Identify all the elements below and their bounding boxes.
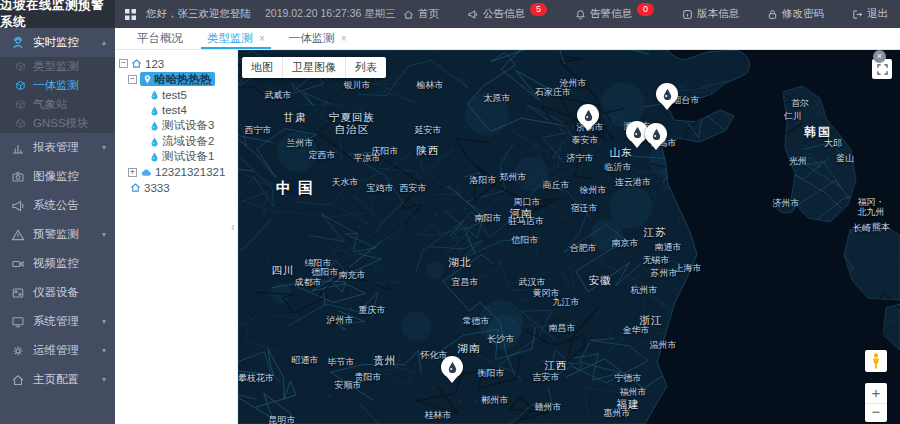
app-window: 边坡在线监测预警系统 您好，张三欢迎您登陆 2019.02.20 16:27:3… xyxy=(0,0,900,424)
camera-icon xyxy=(11,170,25,184)
sidebar-item-gnss-module[interactable]: GNSS模块 xyxy=(0,114,115,133)
close-circle-icon[interactable]: × xyxy=(873,50,886,63)
sidebar-item-weather-station[interactable]: 气象站 xyxy=(0,95,115,114)
video-camera-icon xyxy=(11,257,25,271)
alarm-badge: 0 xyxy=(637,3,654,16)
lock-icon xyxy=(767,9,778,20)
pegman-icon xyxy=(871,353,881,369)
droplet-icon xyxy=(150,151,159,162)
droplet-icon xyxy=(662,88,673,100)
tree-device[interactable]: test4 xyxy=(115,103,237,119)
map-view[interactable]: 中国韩国甘肃陕西山东河南江苏安徽湖北浙江湖南江西贵州四川福建宁夏回族 自治区武威… xyxy=(238,50,900,424)
caret-down-icon: ▾ xyxy=(102,346,106,355)
megaphone-icon xyxy=(11,199,25,213)
cube-icon xyxy=(15,80,26,91)
zoom-out-button[interactable]: − xyxy=(865,404,887,422)
collapse-toggle-icon[interactable]: − xyxy=(128,75,137,84)
tree-device[interactable]: test5 xyxy=(115,87,237,103)
pegman-button[interactable] xyxy=(865,350,887,372)
version-info-icon xyxy=(682,9,693,20)
sidebar-item-ops-management[interactable]: 运维管理 ▾ xyxy=(0,336,115,365)
tree-device[interactable]: 流域设备2 xyxy=(115,134,237,150)
satellite-button[interactable]: 卫星图像 xyxy=(283,57,346,78)
tree-node-root1[interactable]: − 123 xyxy=(115,56,237,72)
tab-type-monitoring[interactable]: 类型监测 × xyxy=(195,28,277,49)
sidebar-item-type-monitoring[interactable]: 类型监测 xyxy=(0,57,115,76)
droplet-icon xyxy=(150,136,159,147)
sidebar-item-integrated-monitoring[interactable]: 一体监测 xyxy=(0,76,115,95)
tree-device[interactable]: 测试设备3 xyxy=(115,118,237,134)
caret-down-icon: ▾ xyxy=(102,375,106,384)
nav-alarms[interactable]: 告警信息 0 xyxy=(575,7,654,21)
realtime-monitor-icon xyxy=(11,36,25,50)
sidebar-group-realtime-monitoring[interactable]: 实时监控 ▴ xyxy=(0,28,115,57)
expand-toggle-icon[interactable]: + xyxy=(128,168,137,177)
sidebar: 实时监控 ▴ 类型监测 一体监测 气象站 GNSS模块 报表管理 xyxy=(0,28,115,424)
nav-logout[interactable]: 退出 xyxy=(852,7,888,21)
sidebar-item-homepage-config[interactable]: 主页配置 ▾ xyxy=(0,365,115,394)
droplet-icon xyxy=(651,128,662,140)
map-zoom-control: + − xyxy=(865,383,887,422)
cloud-icon xyxy=(140,167,152,177)
sidebar-item-report-management[interactable]: 报表管理 ▾ xyxy=(0,133,115,162)
droplet-icon xyxy=(583,109,594,121)
sidebar-submenu-realtime: 类型监测 一体监测 气象站 GNSS模块 xyxy=(0,57,115,133)
instrument-icon xyxy=(11,286,25,300)
caret-down-icon: ▾ xyxy=(102,317,106,326)
map-marker[interactable] xyxy=(645,123,667,145)
announcement-icon xyxy=(467,9,479,20)
sidebar-item-instruments[interactable]: 仪器设备 xyxy=(0,278,115,307)
sidebar-item-image-monitoring[interactable]: 图像监控 xyxy=(0,162,115,191)
droplet-icon xyxy=(150,105,159,116)
top-header: 边坡在线监测预警系统 您好，张三欢迎您登陆 2019.02.20 16:27:3… xyxy=(0,0,900,28)
droplet-icon xyxy=(447,361,458,373)
announcement-badge: 5 xyxy=(530,3,547,16)
tree-device[interactable]: 测试设备1 xyxy=(115,149,237,165)
bar-chart-icon xyxy=(11,141,25,155)
list-button[interactable]: 列表 xyxy=(346,57,386,78)
zoom-in-button[interactable]: + xyxy=(865,383,887,404)
map-marker[interactable] xyxy=(656,83,678,105)
map-marker[interactable] xyxy=(577,104,599,126)
current-datetime: 2019.02.20 16:27:36 星期三 xyxy=(265,7,396,21)
caret-up-icon: ▴ xyxy=(102,38,106,47)
alarm-bell-icon xyxy=(575,9,586,20)
tree-node-collapsed[interactable]: + 12321321321 xyxy=(115,165,237,181)
location-pin-icon xyxy=(143,74,152,85)
tree-node-selected[interactable]: − 哈哈热热热 xyxy=(115,72,237,88)
cube-icon xyxy=(15,118,26,129)
home-icon xyxy=(403,9,414,20)
caret-down-icon: ▾ xyxy=(102,230,106,239)
droplet-icon xyxy=(632,126,643,138)
fullscreen-icon xyxy=(877,64,888,75)
tab-integrated-monitoring[interactable]: 一体监测 × xyxy=(277,28,359,49)
logout-icon xyxy=(852,9,863,20)
home-config-icon xyxy=(11,373,25,387)
sidebar-item-warning-monitoring[interactable]: 预警监测 ▾ xyxy=(0,220,115,249)
tab-platform-overview[interactable]: 平台概况 xyxy=(125,28,195,49)
nav-version[interactable]: 版本信息 xyxy=(682,7,739,21)
collapse-toggle-icon[interactable]: − xyxy=(119,59,128,68)
sidebar-item-video-monitoring[interactable]: 视频监控 xyxy=(0,249,115,278)
panel-collapse-chevron-left-icon[interactable]: ‹ xyxy=(231,220,235,234)
nav-home[interactable]: 首页 xyxy=(403,7,439,21)
warning-triangle-icon xyxy=(11,228,25,242)
cube-icon xyxy=(15,99,26,110)
map-marker[interactable] xyxy=(441,356,463,378)
droplet-icon xyxy=(150,120,159,131)
menu-grid-icon[interactable] xyxy=(125,9,136,20)
nav-announcements[interactable]: 公告信息 5 xyxy=(467,7,547,21)
tab-close-icon[interactable]: × xyxy=(341,33,347,44)
sidebar-item-system-management[interactable]: 系统管理 ▾ xyxy=(0,307,115,336)
device-tree-panel: − 123 − 哈哈热热热 test5 test4 测试设 xyxy=(115,50,238,424)
sidebar-item-system-announcement[interactable]: 系统公告 xyxy=(0,191,115,220)
tab-close-icon[interactable]: × xyxy=(259,33,265,44)
header-nav: 首页 公告信息 5 告警信息 0 版本信息 修改 xyxy=(403,7,888,21)
map-button[interactable]: 地图 xyxy=(242,57,283,78)
app-title: 边坡在线监测预警系统 xyxy=(0,0,115,28)
monitor-icon xyxy=(11,315,25,329)
project-home-icon xyxy=(130,182,141,193)
nav-change-password[interactable]: 修改密码 xyxy=(767,7,824,21)
tree-node-root2[interactable]: 3333 xyxy=(115,180,237,196)
gear-icon xyxy=(11,344,25,358)
